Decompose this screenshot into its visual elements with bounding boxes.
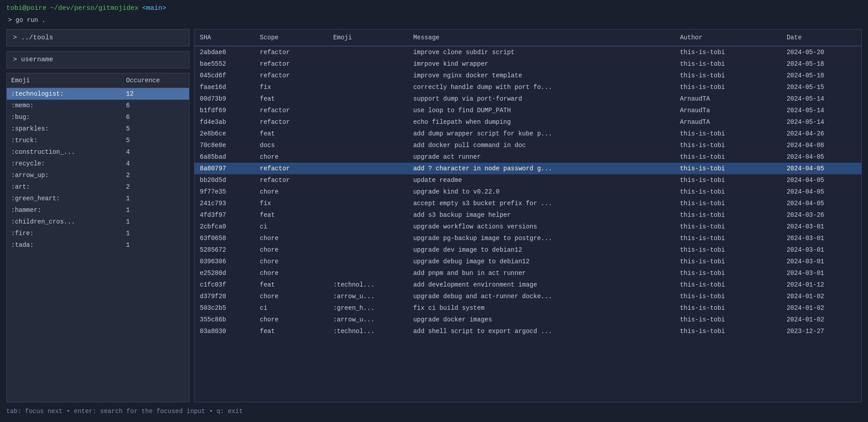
commit-sha: bb20d5d — [194, 174, 254, 186]
commit-message: add shell script to export argocd ... — [408, 325, 674, 337]
username-placeholder: > username — [13, 56, 53, 63]
commit-date: 2024-05-20 — [781, 46, 861, 59]
commit-row[interactable]: c1fc03f feat :technol... add development… — [194, 279, 861, 291]
scope-col-header: Scope — [254, 30, 328, 46]
commit-author: this-is-tobi — [674, 244, 781, 256]
commit-sha: 8a80797 — [194, 163, 254, 174]
emoji-row[interactable]: :memo: 6 — [7, 100, 189, 111]
commit-row[interactable]: 5285672 chore upgrade dev image to debia… — [194, 244, 861, 256]
commit-date: 2024-03-01 — [781, 267, 861, 279]
message-col-header: Message — [408, 30, 674, 46]
commit-row[interactable]: fd4e3ab refactor echo filepath when dump… — [194, 116, 861, 128]
commit-row[interactable]: d379f20 chore :arrow_u... upgrade debug … — [194, 291, 861, 302]
commit-scope: refactor — [254, 116, 328, 128]
commit-emoji: :arrow_u... — [328, 291, 408, 302]
commit-sha: 4fd3f97 — [194, 209, 254, 221]
command-line: > go run . — [8, 17, 862, 24]
commit-scope: fix — [254, 198, 328, 209]
commit-author: this-is-tobi — [674, 314, 781, 325]
occurrence-cell: 6 — [122, 100, 189, 111]
commit-message: improve clone subdir script — [408, 46, 674, 59]
commit-scope: feat — [254, 325, 328, 337]
commit-scope: chore — [254, 267, 328, 279]
commit-author: this-is-tobi — [674, 232, 781, 244]
commit-date: 2024-05-15 — [781, 81, 861, 93]
username-field[interactable]: > username — [6, 51, 190, 68]
main-layout: > ../tools > username Emoji Occurence — [6, 29, 862, 402]
emoji-row[interactable]: :children_cros... 1 — [7, 216, 189, 228]
commit-author: this-is-tobi — [674, 221, 781, 232]
commit-row[interactable]: 4fd3f97 feat add s3 backup image helper … — [194, 209, 861, 221]
commit-row[interactable]: 70c8e0e docs add docker pull command in … — [194, 139, 861, 151]
emoji-row[interactable]: :tada: 1 — [7, 239, 189, 251]
commit-message: add ? character in node password g... — [408, 163, 674, 174]
commit-row[interactable]: 03a8030 feat :technol... add shell scrip… — [194, 325, 861, 337]
commit-row[interactable]: 0396306 chore upgrade debug image to deb… — [194, 256, 861, 267]
commit-sha: fd4e3ab — [194, 116, 254, 128]
commit-date: 2024-01-02 — [781, 291, 861, 302]
emoji-col-header: Emoji — [7, 73, 122, 88]
commit-row[interactable]: 2abdae6 refactor improve clone subdir sc… — [194, 46, 861, 59]
commit-scope: refactor — [254, 163, 328, 174]
commit-author: this-is-tobi — [674, 58, 781, 70]
occurrence-cell: 1 — [122, 204, 189, 216]
emoji-row[interactable]: :hammer: 1 — [7, 204, 189, 216]
commit-scope: refactor — [254, 46, 328, 59]
commit-date: 2024-04-05 — [781, 186, 861, 198]
commit-row[interactable]: 8a80797 refactor add ? character in node… — [194, 163, 861, 174]
emoji-row[interactable]: :green_heart: 1 — [7, 193, 189, 204]
commits-table: SHA Scope Emoji Message Author Date 2abd… — [194, 30, 861, 337]
emoji-row[interactable]: :recycle: 4 — [7, 158, 189, 169]
commit-author: this-is-tobi — [674, 81, 781, 93]
commit-emoji — [328, 139, 408, 151]
emoji-cell: :technologist: — [7, 88, 122, 100]
commit-sha: 6a85bad — [194, 151, 254, 163]
emoji-row[interactable]: :technologist: 12 — [7, 88, 189, 100]
commit-sha: 00d73b9 — [194, 93, 254, 105]
commit-author: this-is-tobi — [674, 139, 781, 151]
emoji-row[interactable]: :construction_... 4 — [7, 146, 189, 158]
emoji-row[interactable]: :arrow_up: 2 — [7, 169, 189, 181]
commit-row[interactable]: 6a85bad chore upgrade act runner this-is… — [194, 151, 861, 163]
date-col-header: Date — [781, 30, 861, 46]
commit-row[interactable]: 2e8b6ce feat add dump wrapper script for… — [194, 128, 861, 139]
commit-row[interactable]: 63f0658 chore upgrade pg-backup image to… — [194, 232, 861, 244]
commit-row[interactable]: bb20d5d refactor update readme this-is-t… — [194, 174, 861, 186]
commit-message: upgrade debug and act-runner docke... — [408, 291, 674, 302]
commit-row[interactable]: 9f77e35 chore upgrade kind to v0.22.0 th… — [194, 186, 861, 198]
prompt-path: ~/dev/perso/gitmojidex — [50, 4, 139, 12]
commit-row[interactable]: 355c86b chore :arrow_u... upgrade docker… — [194, 314, 861, 325]
commit-date: 2024-01-12 — [781, 279, 861, 291]
occurrence-cell: 1 — [122, 193, 189, 204]
commit-row[interactable]: 2cbfca0 ci upgrade workflow actions vers… — [194, 221, 861, 232]
emoji-row[interactable]: :truck: 5 — [7, 135, 189, 146]
commit-scope: feat — [254, 279, 328, 291]
commit-row[interactable]: 503c2b5 ci :green_h... fix ci build syst… — [194, 302, 861, 314]
emoji-cell: :children_cros... — [7, 216, 122, 228]
nav-tools[interactable]: > ../tools — [6, 29, 190, 46]
commit-scope: chore — [254, 314, 328, 325]
emoji-row[interactable]: :art: 2 — [7, 181, 189, 193]
commit-row[interactable]: 00d73b9 feat support dump via port-forwa… — [194, 93, 861, 105]
emoji-row[interactable]: :fire: 1 — [7, 228, 189, 239]
commit-sha: 241c793 — [194, 198, 254, 209]
emoji-row[interactable]: :bug: 6 — [7, 111, 189, 123]
prompt-branch: <main> — [142, 4, 166, 12]
occurrence-cell: 2 — [122, 181, 189, 193]
commit-row[interactable]: 045cd6f refactor improve nginx docker te… — [194, 70, 861, 81]
commit-author: this-is-tobi — [674, 198, 781, 209]
commit-date: 2024-01-02 — [781, 314, 861, 325]
commit-message: add pnpm and bun in act runner — [408, 267, 674, 279]
commit-row[interactable]: b1fdf69 refactor use loop to find DUMP_P… — [194, 105, 861, 116]
commit-row[interactable]: bae5552 refactor imrpove kind wrapper th… — [194, 58, 861, 70]
commit-scope: feat — [254, 93, 328, 105]
commits-header-row: SHA Scope Emoji Message Author Date — [194, 30, 861, 46]
commit-row[interactable]: faae16d fix correctly handle dump with p… — [194, 81, 861, 93]
occurrence-col-header: Occurence — [122, 73, 189, 88]
commit-row[interactable]: 241c793 fix accept empty s3 bucket prefi… — [194, 198, 861, 209]
commit-sha: bae5552 — [194, 58, 254, 70]
commit-row[interactable]: e25280d chore add pnpm and bun in act ru… — [194, 267, 861, 279]
commit-emoji — [328, 151, 408, 163]
emoji-row[interactable]: :sparkles: 5 — [7, 123, 189, 135]
commit-date: 2024-05-18 — [781, 58, 861, 70]
